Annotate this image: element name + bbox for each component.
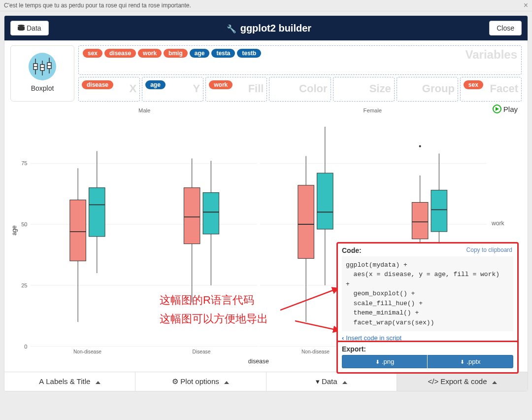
tab-export-code[interactable]: </>Export & code [397, 372, 528, 391]
svg-text:Disease: Disease [193, 349, 211, 354]
svg-text:75: 75 [21, 160, 27, 166]
variable-pill-sex[interactable]: sex [83, 49, 102, 58]
svg-text:Non-disease: Non-disease [301, 349, 330, 354]
header-bar: Data ggplot2 builder Close [4, 16, 528, 40]
aes-label: Facet [490, 82, 518, 95]
aes-pill-disease[interactable]: disease [82, 80, 113, 89]
aes-pill-work[interactable]: work [209, 80, 233, 89]
svg-rect-45 [298, 185, 314, 258]
aes-box-x[interactable]: Xdisease [78, 77, 140, 102]
data-button[interactable]: Data [10, 21, 49, 35]
svg-text:disease: disease [248, 358, 269, 365]
svg-text:50: 50 [21, 221, 27, 227]
gear-icon: ⚙ [172, 377, 178, 385]
aes-label: Color [299, 82, 327, 95]
bottom-tabs: ALabels & Title ⚙Plot options ▾Data </>E… [4, 372, 528, 391]
variable-pill-bmig[interactable]: bmig [164, 49, 188, 58]
wrench-icon [227, 23, 236, 34]
aes-pill-age[interactable]: age [145, 80, 166, 89]
variable-pill-age[interactable]: age [190, 49, 210, 58]
svg-rect-59 [431, 190, 447, 232]
aes-label: Y [193, 82, 200, 95]
export-panel: Export: .png .pptx [336, 341, 519, 374]
quote-text: C'est le temps que tu as perdu pour ta r… [4, 2, 191, 9]
quote-bar: C'est le temps que tu as perdu pour ta r… [0, 0, 532, 11]
database-icon [18, 25, 25, 31]
play-button[interactable]: Play [493, 105, 518, 113]
svg-rect-35 [184, 188, 200, 244]
variables-watermark: Variables [466, 48, 517, 62]
aes-box-fill[interactable]: Fillwork [205, 77, 267, 102]
svg-rect-30 [89, 188, 105, 237]
app-title: ggplot2 builder [227, 23, 311, 34]
variable-pill-testb[interactable]: testb [237, 49, 261, 58]
close-button[interactable]: Close [489, 21, 522, 35]
svg-text:age: age [11, 225, 18, 236]
download-icon [375, 358, 382, 365]
svg-rect-49 [317, 173, 333, 229]
aes-label: Fill [248, 82, 264, 95]
svg-text:Male: Male [138, 107, 150, 113]
aes-box-size[interactable]: Size [333, 77, 395, 102]
code-icon: </> [428, 377, 439, 385]
arrow-1 [280, 283, 344, 317]
svg-line-64 [280, 288, 339, 310]
font-icon: A [39, 377, 44, 385]
tab-labels-title[interactable]: ALabels & Title [4, 372, 135, 391]
aes-box-facet[interactable]: Facetsex [460, 77, 522, 102]
aes-box-group[interactable]: Group [397, 77, 458, 102]
plot-type-card[interactable]: Boxplot [10, 45, 74, 102]
filter-icon: ▾ [316, 377, 320, 385]
export-pptx-button[interactable]: .pptx [428, 355, 513, 368]
svg-text:0: 0 [24, 344, 27, 350]
svg-rect-39 [203, 193, 219, 234]
svg-rect-26 [70, 200, 86, 261]
svg-text:work: work [491, 220, 505, 227]
export-png-button[interactable]: .png [342, 355, 428, 368]
variable-pill-work[interactable]: work [138, 49, 162, 58]
aes-box-color[interactable]: Color [269, 77, 331, 102]
variables-pool[interactable]: Variables sexdiseaseworkbmigagetestatest… [78, 45, 522, 75]
annotation-1: 这幅图的R语言代码 [160, 293, 254, 308]
aes-box-y[interactable]: Yage [142, 77, 203, 102]
svg-text:25: 25 [21, 282, 27, 288]
play-icon [493, 105, 501, 113]
svg-text:Non-disease: Non-disease [73, 349, 101, 354]
svg-point-56 [419, 145, 421, 147]
aes-label: Size [369, 82, 391, 95]
variable-pill-testa[interactable]: testa [211, 49, 235, 58]
code-panel: Copy to clipboard Code: ggplot(mydata) +… [336, 242, 519, 348]
aes-label: Group [422, 82, 455, 95]
download-icon [460, 358, 466, 365]
export-title: Export: [342, 345, 513, 353]
annotation-2: 这幅图可以方便地导出 [160, 312, 268, 326]
boxplot-icon [28, 52, 57, 81]
tab-data[interactable]: ▾Data [266, 372, 398, 391]
copy-to-clipboard-link[interactable]: Copy to clipboard [466, 246, 512, 253]
svg-line-65 [295, 321, 340, 331]
variable-pill-disease[interactable]: disease [104, 49, 136, 58]
aes-label: X [129, 82, 136, 95]
tab-plot-options[interactable]: ⚙Plot options [135, 372, 266, 391]
close-icon[interactable]: × [524, 1, 528, 10]
chart-area: Play 0255075ageMaleNon-diseaseDiseaseFem… [4, 104, 528, 372]
main-panel: Data ggplot2 builder Close Boxplot Varia… [4, 15, 528, 391]
code-block[interactable]: ggplot(mydata) + aes(x = disease, y = ag… [342, 256, 513, 332]
svg-rect-54 [412, 202, 428, 239]
svg-text:Female: Female [364, 107, 382, 113]
aes-pill-sex[interactable]: sex [464, 80, 483, 89]
plot-type-label: Boxplot [13, 84, 72, 92]
